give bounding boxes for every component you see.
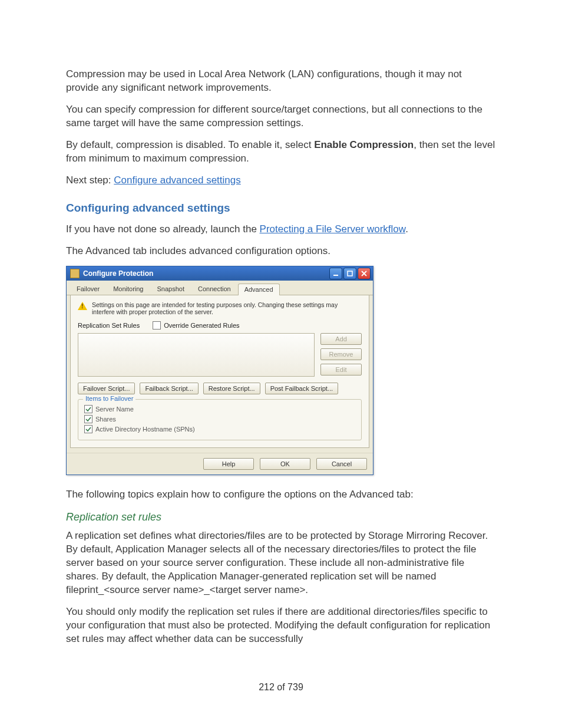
configure-protection-dialog: Configure Protection Failover Monitoring… — [66, 266, 373, 475]
close-button[interactable] — [358, 268, 371, 279]
bold-enable-compression: Enable Compression — [314, 139, 414, 150]
paragraph-topics-intro: The following topics explain how to conf… — [66, 488, 496, 502]
text-fragment: . — [405, 223, 408, 235]
items-to-failover-title: Items to Failover — [83, 395, 135, 402]
paragraph-advanced-tab-intro: The Advanced tab includes advanced confi… — [66, 245, 496, 258]
heading-configuring-advanced-settings: Configuring advanced settings — [66, 202, 496, 215]
paragraph-launch-workflow: If you have not done so already, launch … — [66, 223, 496, 236]
minimize-button[interactable] — [329, 268, 342, 279]
tab-snapshot[interactable]: Snapshot — [150, 283, 190, 295]
replication-set-rules-label: Replication Set Rules — [78, 322, 140, 329]
cancel-button[interactable]: Cancel — [316, 458, 367, 470]
text-fragment: If you have not done so already, launch … — [66, 223, 260, 235]
checkbox-icon — [84, 425, 92, 433]
page-number: 212 of 739 — [0, 682, 562, 693]
close-icon — [361, 271, 367, 276]
app-icon — [70, 269, 80, 278]
override-rules-label: Override Generated Rules — [164, 322, 239, 329]
svg-rect-0 — [333, 275, 338, 276]
link-protecting-file-server-workflow[interactable]: Protecting a File Server workflow — [260, 223, 406, 235]
paragraph-compression-lan: Compression may be used in Local Area Ne… — [66, 68, 496, 95]
maximize-button[interactable] — [343, 268, 356, 279]
paragraph-compression-connections: You can specify compression for differen… — [66, 103, 496, 130]
paragraph-modify-rules-warning: You should only modify the replication s… — [66, 605, 496, 646]
item-shares-label: Shares — [95, 416, 116, 423]
paragraph-replication-set-definition: A replication set defines what directori… — [66, 529, 496, 597]
checkbox-icon — [84, 415, 92, 423]
restore-script-button[interactable]: Restore Script... — [203, 383, 260, 394]
warning-icon — [78, 302, 87, 310]
text-fragment: Next step: — [66, 174, 114, 186]
svg-rect-1 — [348, 271, 352, 276]
item-server-name-label: Server Name — [95, 406, 134, 413]
tab-connection[interactable]: Connection — [191, 283, 237, 295]
warning-text: Settings on this page are intended for t… — [92, 301, 362, 315]
rules-listbox[interactable] — [78, 333, 315, 377]
add-button[interactable]: Add — [320, 333, 362, 345]
heading-replication-set-rules: Replication set rules — [66, 511, 496, 523]
override-rules-checkbox[interactable]: Override Generated Rules — [153, 321, 239, 330]
dialog-titlebar[interactable]: Configure Protection — [67, 266, 373, 281]
failover-script-button[interactable]: Failover Script... — [78, 383, 135, 394]
item-shares-checkbox[interactable]: Shares — [84, 415, 355, 423]
edit-button[interactable]: Edit — [320, 364, 362, 375]
post-failback-script-button[interactable]: Post Failback Script... — [265, 383, 338, 394]
paragraph-enable-compression: By default, compression is disabled. To … — [66, 139, 496, 166]
text-fragment: By default, compression is disabled. To … — [66, 139, 314, 150]
link-configure-advanced-settings[interactable]: Configure advanced settings — [114, 174, 240, 186]
checkbox-icon — [84, 405, 92, 413]
dialog-tabstrip: Failover Monitoring Snapshot Connection … — [67, 281, 373, 295]
ok-button[interactable]: OK — [260, 458, 310, 470]
advanced-tab-body: Settings on this page are intended for t… — [70, 295, 369, 448]
failback-script-button[interactable]: Failback Script... — [140, 383, 198, 394]
help-button[interactable]: Help — [203, 458, 254, 470]
dialog-bottom-bar: Help OK Cancel — [67, 453, 373, 475]
tab-advanced[interactable]: Advanced — [238, 284, 280, 295]
checkbox-icon — [153, 321, 161, 330]
maximize-icon — [347, 271, 353, 276]
remove-button[interactable]: Remove — [320, 348, 362, 360]
paragraph-next-step: Next step: Configure advanced settings — [66, 174, 496, 187]
item-server-name-checkbox[interactable]: Server Name — [84, 405, 355, 413]
minimize-icon — [333, 271, 339, 276]
tab-failover[interactable]: Failover — [70, 283, 106, 295]
items-to-failover-group: Items to Failover Server Name Shares — [78, 399, 362, 440]
item-ad-hostname-label: Active Directory Hostname (SPNs) — [95, 426, 195, 433]
item-ad-hostname-checkbox[interactable]: Active Directory Hostname (SPNs) — [84, 425, 355, 433]
tab-monitoring[interactable]: Monitoring — [107, 283, 150, 295]
dialog-title: Configure Protection — [83, 269, 329, 278]
